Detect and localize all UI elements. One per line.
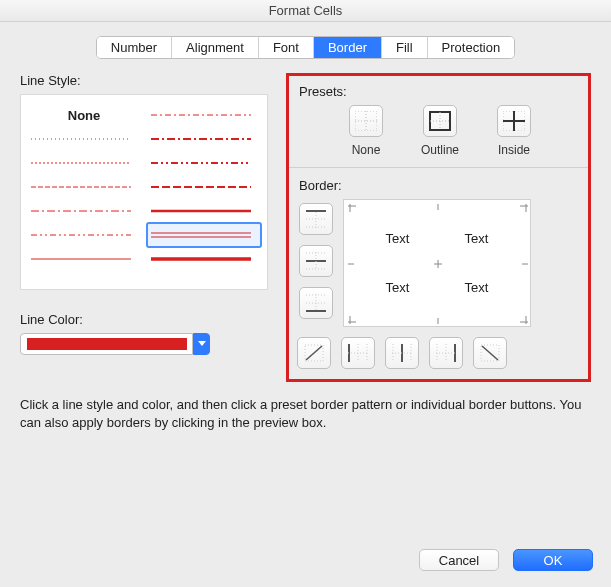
border-diag-down-icon xyxy=(480,344,500,362)
border-right-button[interactable] xyxy=(429,337,463,369)
line-style-option[interactable] xyxy=(27,151,141,175)
line-style-selected[interactable] xyxy=(147,223,261,247)
border-diag-down-button[interactable] xyxy=(473,337,507,369)
line-color-swatch xyxy=(20,333,193,355)
line-style-option[interactable] xyxy=(147,247,261,271)
tab-bar: Number Alignment Font Border Fill Protec… xyxy=(0,36,611,59)
line-style-option[interactable] xyxy=(27,175,141,199)
border-preview[interactable]: Text Text Text Text xyxy=(343,199,531,327)
cancel-button[interactable]: Cancel xyxy=(419,549,499,571)
border-top-button[interactable] xyxy=(299,203,333,235)
tab-alignment[interactable]: Alignment xyxy=(172,37,259,58)
border-diag-up-button[interactable] xyxy=(297,337,331,369)
preset-none-icon xyxy=(355,111,377,131)
line-style-option[interactable] xyxy=(27,127,141,151)
border-vmiddle-button[interactable] xyxy=(385,337,419,369)
line-style-option[interactable] xyxy=(27,199,141,223)
tab-number[interactable]: Number xyxy=(97,37,172,58)
line-style-option[interactable] xyxy=(27,223,141,247)
help-text: Click a line style and color, and then c… xyxy=(20,396,591,432)
line-style-none[interactable]: None xyxy=(27,103,141,127)
border-left-button[interactable] xyxy=(341,337,375,369)
tab-segment: Number Alignment Font Border Fill Protec… xyxy=(96,36,515,59)
line-color-label: Line Color: xyxy=(20,312,268,327)
preview-cell: Text xyxy=(358,214,437,263)
preset-inside-button[interactable] xyxy=(497,105,531,137)
svg-line-51 xyxy=(306,346,322,360)
tab-protection[interactable]: Protection xyxy=(428,37,515,58)
divider xyxy=(289,167,588,168)
preset-none-label: None xyxy=(352,143,381,157)
tab-border[interactable]: Border xyxy=(314,37,382,58)
svg-line-65 xyxy=(482,346,498,360)
presets-border-panel: Presets: None xyxy=(286,73,591,382)
border-top-icon xyxy=(306,210,326,228)
line-style-label: Line Style: xyxy=(20,73,268,88)
chevron-down-icon[interactable] xyxy=(193,333,210,355)
border-vmiddle-icon xyxy=(392,344,412,362)
line-color-picker[interactable] xyxy=(20,333,268,355)
border-hmiddle-icon xyxy=(306,252,326,270)
border-left-icon xyxy=(348,344,368,362)
line-style-option[interactable] xyxy=(147,127,261,151)
preset-outline-button[interactable] xyxy=(423,105,457,137)
line-style-option[interactable] xyxy=(147,151,261,175)
border-label: Border: xyxy=(299,178,578,193)
line-style-option[interactable] xyxy=(27,247,141,271)
preview-cell: Text xyxy=(437,214,516,263)
line-style-none-label: None xyxy=(68,108,101,123)
border-bottom-button[interactable] xyxy=(299,287,333,319)
tab-fill[interactable]: Fill xyxy=(382,37,428,58)
border-right-icon xyxy=(436,344,456,362)
preset-none-button[interactable] xyxy=(349,105,383,137)
line-style-option[interactable] xyxy=(147,103,261,127)
border-diag-up-icon xyxy=(304,344,324,362)
window-title: Format Cells xyxy=(0,0,611,22)
border-hmiddle-button[interactable] xyxy=(299,245,333,277)
line-style-option[interactable] xyxy=(147,175,261,199)
preset-inside-label: Inside xyxy=(498,143,530,157)
line-style-option[interactable] xyxy=(147,199,261,223)
preset-outline-label: Outline xyxy=(421,143,459,157)
preview-cell: Text xyxy=(437,263,516,312)
preset-inside-icon xyxy=(503,111,525,131)
svg-marker-14 xyxy=(198,341,206,346)
preset-outline-icon xyxy=(429,111,451,131)
line-color-value xyxy=(27,338,187,350)
border-bottom-icon xyxy=(306,294,326,312)
line-style-box: None xyxy=(20,94,268,290)
presets-label: Presets: xyxy=(299,84,578,99)
tab-font[interactable]: Font xyxy=(259,37,314,58)
ok-button[interactable]: OK xyxy=(513,549,593,571)
preview-cell: Text xyxy=(358,263,437,312)
